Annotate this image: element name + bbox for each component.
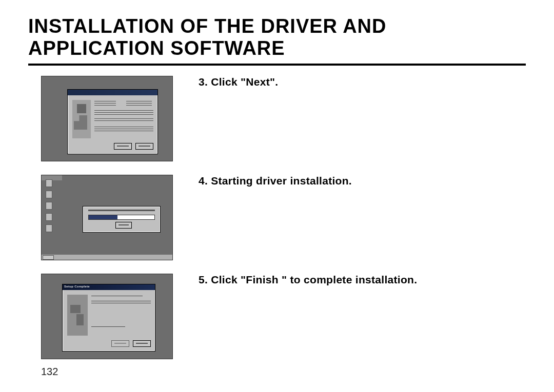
step-row: 3. Click "Next". [28,76,526,161]
wizard-text [91,326,125,328]
progress-label [88,210,155,211]
window-title-text: Setup Complete [64,285,90,288]
wizard-text [126,101,152,106]
screenshot-thumbnail-finish: Setup Complete [41,274,173,359]
wizard-text [91,296,143,298]
window-titlebar [68,90,157,95]
installer-window-welcome [67,89,158,154]
desktop-icons [46,179,59,236]
cancel-button[interactable] [135,143,153,150]
start-button[interactable] [43,255,54,260]
next-button[interactable] [114,143,132,150]
back-button-disabled [111,340,129,347]
step-row: 4. Starting driver installation. [28,175,526,260]
finish-button[interactable] [133,340,151,347]
installer-window-finish: Setup Complete [62,284,155,352]
desktop-icon [46,191,52,198]
cancel-button[interactable] [115,222,132,229]
desktop-icon [46,224,52,232]
wizard-image [67,295,88,336]
step-caption: 3. Click "Next". [199,76,278,88]
window-titlebar: Setup Complete [63,284,155,290]
wizard-text [94,110,153,115]
wizard-text [94,118,153,121]
page-number: 132 [41,366,58,378]
wizard-text [91,301,151,305]
screenshot-thumbnail-welcome [41,76,173,161]
page-title: INSTALLATION OF THE DRIVER AND APPLICATI… [28,15,526,59]
desktop-icon [46,179,52,187]
document-page: INSTALLATION OF THE DRIVER AND APPLICATI… [0,0,554,392]
desktop-icon [46,202,52,210]
screenshot-thumbnail-progress [41,175,173,260]
wizard-text [94,127,153,133]
button-row [110,339,151,348]
step-caption: 4. Starting driver installation. [199,175,352,187]
wizard-text [94,101,116,106]
button-row [112,141,153,151]
progress-dialog [83,206,161,233]
progress-fill [89,215,117,219]
heading-rule [28,64,526,66]
step-caption: 5. Click "Finish " to complete installat… [199,274,417,286]
taskbar [42,255,172,260]
desktop-icon [46,213,52,221]
step-row: Setup Complete 5. Click "Finish " to com… [28,274,526,359]
wizard-image [72,100,91,138]
progress-bar [88,215,155,220]
